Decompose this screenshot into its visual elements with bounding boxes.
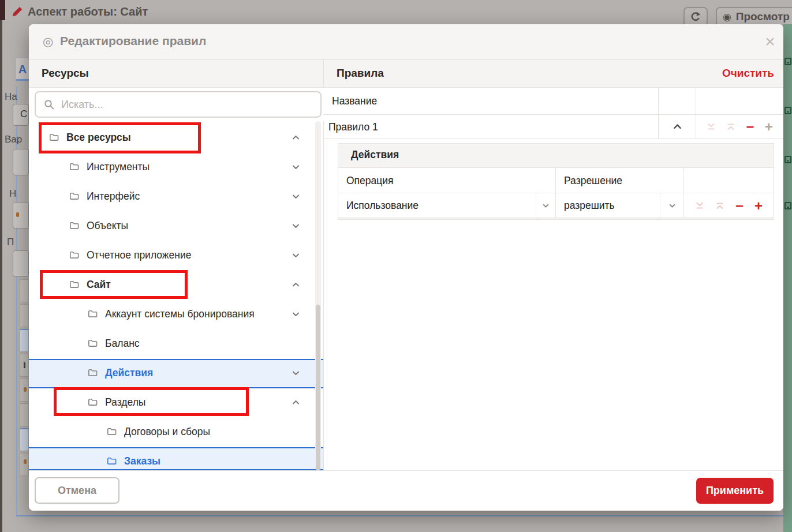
pencil-icon	[10, 5, 24, 18]
backdrop-row-fragment	[20, 354, 29, 377]
collapse-icon[interactable]	[673, 122, 682, 132]
rules-table-header-spacer	[659, 88, 696, 115]
tree-item-orders[interactable]: Заказы	[29, 447, 324, 470]
expand-icon[interactable]	[292, 310, 309, 320]
tree-item-actions[interactable]: Действия	[29, 359, 324, 388]
permission-column-header: Разрешение	[556, 168, 684, 193]
operation-select-chevron[interactable]	[536, 193, 556, 218]
backdrop-row-fragment	[20, 428, 29, 451]
rule-actions-cell: − +	[696, 115, 783, 139]
operation-select-value[interactable]: Использование	[338, 193, 536, 218]
tree-item-balance[interactable]: Баланс	[29, 329, 324, 359]
tree-item-report-app[interactable]: Отчетное приложение	[29, 241, 324, 271]
tree-item-booking-account[interactable]: Аккаунт системы бронирования	[29, 300, 324, 329]
resources-panel-header: Ресурсы	[29, 60, 324, 88]
close-icon[interactable]: ×	[760, 30, 780, 53]
collapse-icon[interactable]	[292, 398, 309, 409]
tree-item-objects[interactable]: Объекты	[29, 212, 324, 241]
toolbar-icon	[784, 202, 791, 209]
tree-item-all-resources[interactable]: Все ресурсы	[29, 123, 324, 153]
backdrop-input-fragment: С	[13, 104, 29, 126]
folder-icon	[88, 398, 98, 406]
page-title: Аспект работы: Сайт	[28, 5, 148, 18]
backdrop-corner-strip	[0, 0, 5, 20]
permission-select-chevron[interactable]	[660, 193, 684, 218]
folder-icon	[88, 369, 98, 377]
operation-column-header: Операция	[338, 168, 556, 193]
backdrop-label-fragment: Вар	[5, 134, 22, 145]
rule-collapse-cell[interactable]	[659, 115, 696, 139]
expand-icon[interactable]	[292, 251, 309, 261]
rule-row[interactable]: Правило 1 − +	[324, 115, 783, 139]
preview-button-label: Просмотр	[736, 10, 790, 23]
expand-icon[interactable]	[292, 222, 309, 232]
backdrop-tab-underline	[16, 79, 29, 81]
resources-tree: Все ресурсы Инструменты Интерфейс Объект…	[29, 121, 324, 470]
toolbar-icon	[784, 156, 791, 163]
folder-icon	[69, 280, 79, 289]
backdrop-left-edge	[0, 20, 2, 532]
name-column-header: Название	[324, 88, 659, 115]
cancel-button[interactable]: Отмена	[35, 477, 119, 504]
action-row-controls: − +	[684, 193, 774, 218]
rule-actions-section: Действия Операция Разрешение Использован…	[338, 143, 774, 220]
folder-icon	[69, 163, 79, 171]
actions-section-title: Действия	[351, 149, 399, 161]
eye-icon: ◉	[723, 11, 731, 23]
folder-icon	[107, 457, 117, 465]
folder-icon	[69, 251, 79, 259]
collapse-icon[interactable]	[292, 133, 309, 144]
expand-icon[interactable]	[292, 163, 309, 173]
backdrop-tab: А	[16, 58, 29, 80]
search-input[interactable]	[61, 99, 320, 111]
backdrop-row-fragment	[20, 379, 29, 402]
action-row: Использование разрешить − +	[338, 193, 774, 218]
remove-action-icon[interactable]: −	[735, 200, 744, 212]
backdrop-label-fragment: На	[5, 91, 17, 103]
actions-table-header-row: Операция Разрешение	[338, 168, 774, 193]
move-to-bottom-icon[interactable]	[695, 201, 704, 211]
preview-button[interactable]: ◉ Просмотр	[716, 7, 792, 27]
backdrop-row-fragment	[20, 279, 29, 302]
backdrop-row-fragment	[20, 403, 29, 426]
remove-rule-icon[interactable]: −	[746, 121, 754, 133]
move-to-top-icon[interactable]	[726, 122, 735, 132]
folder-icon	[88, 339, 98, 347]
move-to-bottom-icon[interactable]	[707, 122, 716, 132]
backdrop-green-toolbar	[783, 24, 792, 532]
permission-select-value[interactable]: разрешить	[556, 193, 660, 218]
backdrop-panel-border-bottom	[16, 515, 783, 516]
dialog-header: ◎ Редактирование правил ×	[29, 24, 783, 60]
add-action-icon[interactable]: +	[754, 200, 763, 212]
refresh-button[interactable]	[683, 7, 708, 27]
tree-item-sections[interactable]: Разделы	[29, 388, 324, 418]
tree-item-tools[interactable]: Инструменты	[29, 153, 324, 182]
tree-scrollbar-thumb[interactable]	[316, 305, 320, 470]
actions-section-header: Действия	[338, 144, 774, 168]
expand-icon[interactable]	[292, 192, 309, 203]
tree-item-site[interactable]: Сайт	[29, 271, 324, 300]
screen: Аспект работы: Сайт ◉ Просмотр А На С Ва…	[0, 0, 792, 532]
clear-rules-button[interactable]: Очистить	[722, 67, 774, 80]
move-to-top-icon[interactable]	[715, 201, 724, 211]
add-rule-icon[interactable]: +	[765, 121, 773, 133]
expand-icon[interactable]	[292, 369, 309, 379]
edit-rules-dialog: ◎ Редактирование правил × Ресурсы Все ре…	[29, 24, 783, 511]
collapse-icon[interactable]	[292, 280, 309, 291]
resources-panel-title: Ресурсы	[42, 67, 89, 80]
folder-icon	[69, 222, 79, 230]
backdrop-row-fragment	[20, 329, 29, 352]
backdrop-label-fragment: Н	[9, 188, 16, 200]
rules-table-header-row: Название	[324, 88, 783, 115]
folder-icon	[88, 310, 98, 318]
dialog-title: Редактирование правил	[60, 34, 206, 48]
rules-panel-header: Правила Очистить	[324, 60, 783, 88]
tree-item-interface[interactable]: Интерфейс	[29, 182, 324, 212]
search-icon	[44, 99, 54, 110]
folder-icon	[49, 133, 59, 141]
apply-button[interactable]: Применить	[696, 478, 774, 504]
backdrop-row-fragment	[20, 453, 29, 476]
backdrop-box-fragment	[13, 149, 29, 175]
tree-item-contracts-fees[interactable]: Договоры и сборы	[29, 418, 324, 447]
dialog-footer: Отмена Применить	[29, 470, 783, 511]
